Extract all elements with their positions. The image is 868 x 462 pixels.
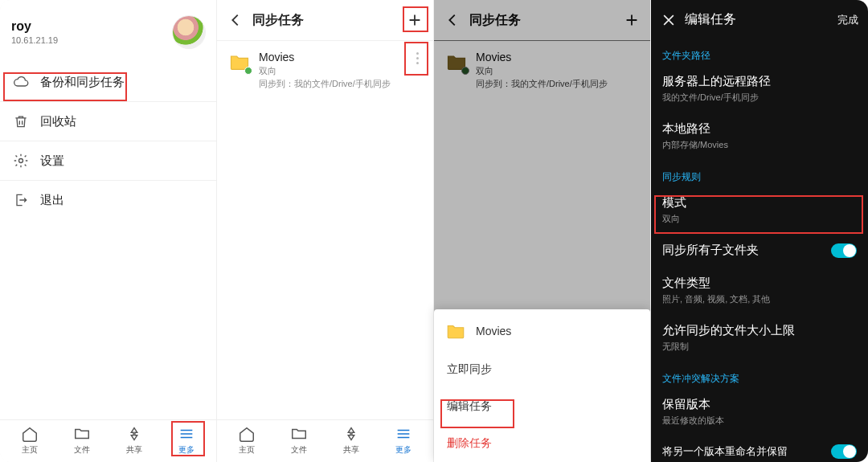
task-name: Movies — [259, 51, 391, 63]
page-title: 同步任务 — [252, 12, 398, 29]
item-keep-renamed[interactable]: 将另一个版本重命名并保留 — [651, 436, 868, 462]
section-path: 文件夹路径 — [651, 39, 868, 66]
bottom-nav: 主页 文件 共享 更多 — [0, 419, 216, 462]
item-sizelimit[interactable]: 允许同步的文件大小上限 无限制 — [651, 315, 868, 362]
share-icon — [342, 425, 360, 443]
folder-icon — [445, 321, 466, 341]
menu-exit[interactable]: 退出 — [0, 181, 216, 219]
logout-icon — [13, 192, 29, 208]
gear-icon — [13, 153, 29, 169]
menu-icon — [395, 425, 412, 443]
folder-icon — [73, 425, 91, 443]
pane-edit-task: 编辑任务 完成 文件夹路径 服务器上的远程路径 我的文件/Drive/手机同步 … — [651, 0, 868, 462]
share-icon — [125, 425, 143, 443]
section-rules: 同步规则 — [651, 161, 868, 187]
item-remote-path[interactable]: 服务器上的远程路径 我的文件/Drive/手机同步 — [651, 66, 868, 113]
bottom-nav: 主页 文件 共享 更多 — [217, 419, 433, 462]
nav-more[interactable]: 更多 — [395, 425, 412, 456]
nav-share[interactable]: 共享 — [125, 425, 143, 456]
sheet-sync-now[interactable]: 立即同步 — [434, 351, 650, 388]
item-filetype[interactable]: 文件类型 照片, 音频, 视频, 文档, 其他 — [651, 268, 868, 315]
item-mode[interactable]: 模式 双向 — [651, 187, 868, 235]
pane-sync-tasks: 同步任务 Movies 双向 同步到：我的文件/Drive/手机同步 主页 — [217, 0, 434, 462]
nav-files[interactable]: 文件 — [73, 425, 91, 456]
home-icon — [21, 425, 39, 443]
add-icon[interactable] — [406, 11, 424, 29]
pane-more: roy 10.61.21.19 备份和同步任务 回收站 设置 退出 主页 — [0, 0, 217, 462]
task-mode: 双向 — [259, 65, 391, 77]
user-ip: 10.61.21.19 — [11, 35, 58, 45]
menu-settings[interactable]: 设置 — [0, 141, 216, 181]
sheet-title: Movies — [476, 325, 511, 337]
back-icon[interactable] — [227, 11, 244, 29]
nav-more[interactable]: 更多 — [178, 425, 195, 456]
cloud-icon — [13, 74, 29, 90]
task-row[interactable]: Movies 双向 同步到：我的文件/Drive/手机同步 — [217, 41, 433, 100]
menu-recycle[interactable]: 回收站 — [0, 102, 216, 141]
item-keep-version[interactable]: 保留版本 最近修改的版本 — [651, 389, 868, 436]
user-name: roy — [11, 19, 58, 34]
pane-sync-tasks-sheet: 同步任务 Movies 双向 同步到：我的文件/Drive/手机同步 Movie… — [434, 0, 651, 462]
menu-backup-sync[interactable]: 备份和同步任务 — [0, 63, 216, 102]
sheet-delete-task[interactable]: 删除任务 — [434, 425, 650, 462]
toggle-on-icon[interactable] — [831, 243, 857, 258]
done-button[interactable]: 完成 — [837, 13, 858, 27]
svg-point-0 — [19, 159, 23, 163]
page-title: 编辑任务 — [685, 11, 829, 28]
sheet-edit-task[interactable]: 编辑任务 — [434, 388, 650, 425]
home-icon — [238, 425, 256, 443]
nav-home[interactable]: 主页 — [21, 425, 39, 456]
nav-files[interactable]: 文件 — [290, 425, 308, 456]
avatar[interactable] — [173, 16, 205, 48]
folder-icon — [290, 425, 308, 443]
task-dest: 同步到：我的文件/Drive/手机同步 — [259, 78, 391, 90]
nav-home[interactable]: 主页 — [238, 425, 256, 456]
user-block[interactable]: roy 10.61.21.19 — [11, 19, 58, 45]
folder-synced-icon — [228, 51, 251, 73]
action-sheet: Movies 立即同步 编辑任务 删除任务 — [434, 309, 650, 462]
toggle-on-icon[interactable] — [831, 444, 857, 459]
item-subfolders[interactable]: 同步所有子文件夹 — [651, 235, 868, 268]
task-more-button[interactable] — [409, 52, 425, 64]
close-icon[interactable] — [661, 12, 677, 28]
trash-icon — [13, 113, 29, 129]
menu-label: 回收站 — [40, 114, 76, 129]
menu-label: 备份和同步任务 — [40, 75, 125, 90]
menu-label: 退出 — [40, 193, 64, 208]
menu-label: 设置 — [40, 153, 64, 169]
item-local-path[interactable]: 本地路径 内部存储/Movies — [651, 113, 868, 161]
section-conflict: 文件冲突解决方案 — [651, 362, 868, 389]
menu-icon — [178, 425, 195, 443]
nav-share[interactable]: 共享 — [342, 425, 360, 456]
